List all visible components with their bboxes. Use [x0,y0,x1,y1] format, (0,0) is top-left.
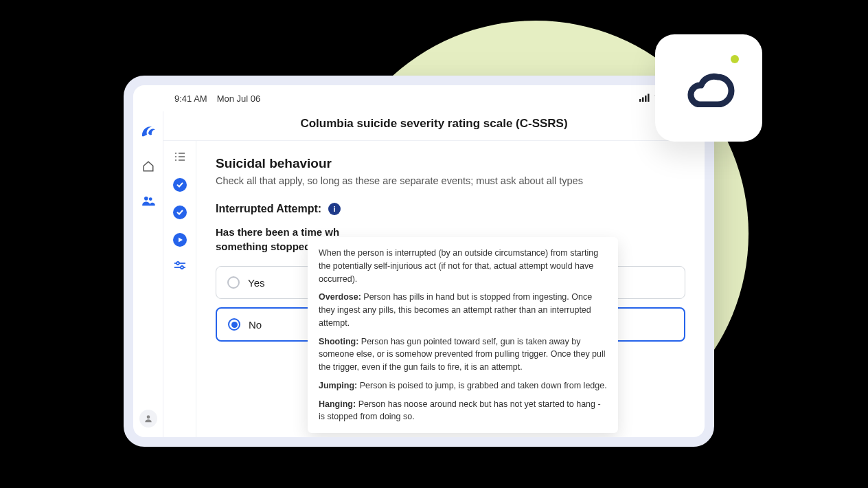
avatar-icon[interactable] [139,410,157,428]
page-title: Columbia suicide severity rating scale (… [163,111,705,141]
cloud-app-badge [655,34,762,142]
tooltip-shooting: Shooting: Person has gun pointed toward … [319,335,607,374]
radio-label-yes: Yes [248,277,264,289]
status-date: Mon Jul 06 [217,93,261,104]
radio-circle-icon [228,318,240,331]
step-4-settings-icon[interactable] [174,260,186,273]
tooltip-jumping: Jumping: Person is poised to jump, is gr… [319,379,607,392]
svg-point-5 [148,197,152,201]
svg-point-4 [144,197,148,201]
cloud-icon [682,69,735,107]
svg-marker-13 [179,238,183,243]
svg-rect-2 [645,96,647,102]
tooltip-overdose: Overdose: Person has pills in hand but i… [319,291,607,329]
step-2-done[interactable] [173,206,187,219]
badge-dot-icon [731,55,739,63]
svg-rect-0 [639,99,641,102]
tooltip-hanging: Hanging: Person has noose around neck bu… [319,398,607,424]
svg-point-15 [176,262,179,265]
section-subtitle: Check all that apply, so long as these a… [216,175,685,186]
list-icon[interactable] [174,152,186,164]
users-icon[interactable] [141,194,155,208]
app-logo-icon [140,124,157,139]
home-icon[interactable] [141,159,155,173]
section-title: Suicidal behaviour [216,156,685,171]
info-icon[interactable]: i [328,203,341,215]
svg-point-17 [181,266,183,269]
svg-rect-3 [648,93,650,102]
status-bar: 9:41 AM Mon Jul 06 100% [133,85,705,111]
tooltip-intro: When the person is interrupted (by an ou… [319,247,607,285]
progress-steps [163,141,196,437]
radio-circle-icon [227,276,240,289]
svg-point-6 [146,415,150,419]
side-nav [133,111,163,437]
svg-rect-1 [642,97,644,102]
form-area: Suicidal behaviour Check all that apply,… [196,141,705,437]
status-time: 9:41 AM [174,93,207,104]
step-1-done[interactable] [173,178,187,192]
radio-label-no: No [249,319,262,331]
question-label: Interrupted Attempt: [216,203,321,215]
step-3-current[interactable] [173,233,187,247]
signal-icon [639,93,650,104]
tablet-frame: 9:41 AM Mon Jul 06 100% [124,76,714,447]
info-tooltip: When the person is interrupted (by an ou… [308,237,618,433]
